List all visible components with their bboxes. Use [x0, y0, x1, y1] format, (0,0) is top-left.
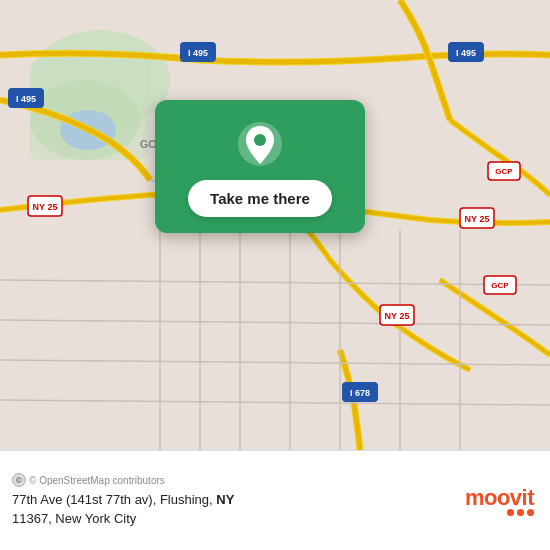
map-container: I 495 I 495 I 495 NY 25 NY 25 NY 25 GC G… — [0, 0, 550, 450]
location-pin-icon — [236, 120, 284, 168]
take-me-there-button[interactable]: Take me there — [188, 180, 332, 217]
app: I 495 I 495 I 495 NY 25 NY 25 NY 25 GC G… — [0, 0, 550, 550]
address-line1: 77th Ave (141st 77th av), Flushing, NY — [12, 492, 234, 507]
address-text: 77th Ave (141st 77th av), Flushing, NY 1… — [12, 491, 453, 527]
moovit-dot-1 — [507, 509, 514, 516]
svg-text:GCP: GCP — [491, 281, 509, 290]
svg-text:I 678: I 678 — [350, 388, 370, 398]
moovit-dot-3 — [527, 509, 534, 516]
svg-text:GCP: GCP — [495, 167, 513, 176]
moovit-dots — [507, 509, 534, 516]
location-card: Take me there — [155, 100, 365, 233]
svg-text:NY 25: NY 25 — [385, 311, 410, 321]
osm-attribution: © © OpenStreetMap contributors — [12, 473, 453, 487]
svg-text:I 495: I 495 — [456, 48, 476, 58]
svg-text:NY 25: NY 25 — [33, 202, 58, 212]
svg-text:I 495: I 495 — [16, 94, 36, 104]
moovit-dot-2 — [517, 509, 524, 516]
svg-text:I 495: I 495 — [188, 48, 208, 58]
info-left: © © OpenStreetMap contributors 77th Ave … — [12, 473, 453, 527]
moovit-logo: moovit — [465, 485, 534, 516]
moovit-wordmark: moovit — [465, 485, 534, 511]
osm-icon: © — [12, 473, 26, 487]
svg-text:GC: GC — [140, 138, 157, 150]
svg-point-36 — [254, 134, 266, 146]
svg-text:NY 25: NY 25 — [465, 214, 490, 224]
osm-credit-text: © OpenStreetMap contributors — [29, 475, 165, 486]
address-line2: 11367, New York City — [12, 511, 136, 526]
info-bar: © © OpenStreetMap contributors 77th Ave … — [0, 450, 550, 550]
